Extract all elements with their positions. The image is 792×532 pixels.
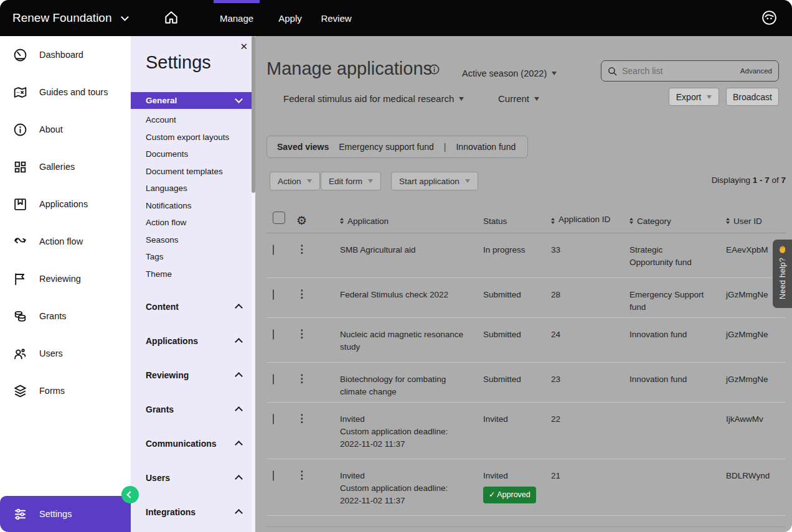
settings-item-seasons[interactable]: Seasons bbox=[131, 231, 255, 249]
chevron-up-icon bbox=[235, 475, 243, 483]
panel-scrollbar bbox=[252, 36, 255, 532]
sidebar-item-action-flow[interactable]: Action flow bbox=[0, 223, 131, 260]
table-row: ⋮ Biotechnology for combating climate ch… bbox=[266, 363, 786, 403]
column-settings-gear-icon[interactable]: ⚙ bbox=[296, 215, 307, 227]
sidebar-item-users[interactable]: Users bbox=[0, 335, 131, 372]
season-selector[interactable]: Active season (2022) bbox=[462, 68, 557, 78]
program-selector[interactable]: Federal stimulus aid for medical researc… bbox=[283, 93, 464, 104]
need-help-tab[interactable]: Need help? bbox=[773, 240, 792, 308]
row-checkbox[interactable] bbox=[273, 329, 274, 340]
flag-icon bbox=[12, 271, 28, 287]
sidebar-item-grants[interactable]: Grants bbox=[0, 297, 131, 335]
round-selector[interactable]: Current bbox=[498, 93, 539, 104]
settings-item-documents[interactable]: Documents bbox=[131, 146, 255, 163]
dashboard-icon bbox=[12, 47, 28, 63]
chevron-down-icon bbox=[235, 95, 243, 103]
info-circle-icon bbox=[12, 122, 28, 138]
sort-icon[interactable] bbox=[340, 218, 344, 225]
settings-section-grants[interactable]: Grants bbox=[131, 392, 255, 426]
search-input[interactable] bbox=[622, 66, 740, 76]
row-checkbox[interactable] bbox=[273, 414, 274, 424]
app-window: Renew Foundation Manage Apply Review Da bbox=[0, 0, 792, 532]
chevron-left-icon bbox=[126, 491, 133, 498]
settings-collapsed-sections: Content Applications Reviewing Grants Co… bbox=[131, 289, 255, 529]
caret-down-icon bbox=[307, 179, 312, 183]
close-icon[interactable]: ✕ bbox=[240, 41, 248, 52]
tab-apply[interactable]: Apply bbox=[272, 0, 308, 36]
sort-icon[interactable] bbox=[629, 218, 633, 225]
page-title: Manage applications bbox=[266, 58, 432, 79]
kebab-menu-icon[interactable]: ⋮ bbox=[296, 328, 307, 340]
sidebar-item-forms[interactable]: Forms bbox=[0, 372, 131, 409]
tab-manage[interactable]: Manage bbox=[214, 0, 260, 36]
sidebar: Dashboard Guides and tours About Galleri… bbox=[0, 36, 131, 532]
caret-down-icon bbox=[552, 72, 557, 75]
row-checkbox[interactable] bbox=[273, 374, 274, 385]
sidebar-item-about[interactable]: About bbox=[0, 111, 131, 148]
saved-view-innovation-fund[interactable]: Innovation fund bbox=[456, 142, 516, 152]
broadcast-button[interactable]: Broadcast bbox=[726, 88, 779, 106]
settings-item-custom-export-layouts[interactable]: Custom export layouts bbox=[131, 129, 255, 146]
row-checkbox[interactable] bbox=[273, 245, 274, 255]
settings-item-tags[interactable]: Tags bbox=[131, 248, 255, 266]
kebab-menu-icon[interactable]: ⋮ bbox=[296, 413, 307, 424]
info-icon[interactable] bbox=[428, 63, 440, 75]
table-row: ⋮ InvitedCustom application deadline: 20… bbox=[266, 459, 786, 516]
settings-item-action-flow[interactable]: Action flow bbox=[131, 214, 255, 231]
scrollbar-thumb[interactable] bbox=[252, 36, 255, 193]
settings-section-reviewing[interactable]: Reviewing bbox=[131, 358, 255, 392]
column-category[interactable]: Category bbox=[629, 217, 726, 233]
settings-section-content[interactable]: Content bbox=[131, 289, 255, 324]
settings-item-theme[interactable]: Theme bbox=[131, 266, 255, 283]
settings-section-communications[interactable]: Communications bbox=[131, 426, 255, 460]
kebab-menu-icon[interactable]: ⋮ bbox=[296, 373, 307, 385]
settings-section-users[interactable]: Users bbox=[131, 460, 255, 495]
search-box: Advanced bbox=[601, 60, 779, 82]
kebab-menu-icon[interactable]: ⋮ bbox=[296, 288, 307, 300]
home-icon bbox=[163, 9, 179, 26]
kebab-menu-icon[interactable]: ⋮ bbox=[296, 469, 307, 481]
kebab-menu-icon[interactable]: ⋮ bbox=[296, 243, 307, 255]
org-switcher[interactable]: Renew Foundation bbox=[12, 0, 128, 36]
settings-item-notifications[interactable]: Notifications bbox=[131, 197, 255, 215]
saved-views-label: Saved views bbox=[277, 142, 329, 152]
sidebar-item-dashboard[interactable]: Dashboard bbox=[0, 36, 131, 73]
column-user-id[interactable]: User ID bbox=[726, 217, 786, 233]
column-application-id[interactable]: Application ID bbox=[551, 213, 629, 233]
column-application[interactable]: Application bbox=[340, 217, 483, 233]
map-icon bbox=[12, 85, 28, 100]
caret-down-icon bbox=[368, 179, 373, 183]
action-flow-icon bbox=[12, 234, 28, 250]
edit-form-button[interactable]: Edit form bbox=[321, 172, 381, 190]
settings-item-document-templates[interactable]: Document templates bbox=[131, 163, 255, 180]
caret-down-icon bbox=[707, 95, 712, 99]
select-all-checkbox[interactable] bbox=[273, 212, 285, 224]
settings-title: Settings bbox=[131, 36, 255, 73]
users-icon bbox=[12, 346, 28, 362]
sidebar-item-applications[interactable]: Applications bbox=[0, 185, 131, 223]
sort-icon[interactable] bbox=[551, 218, 555, 225]
collapse-panel-button[interactable] bbox=[121, 486, 139, 503]
advanced-search-link[interactable]: Advanced bbox=[740, 67, 772, 75]
settings-item-account[interactable]: Account bbox=[131, 111, 255, 129]
settings-section-integrations[interactable]: Integrations bbox=[131, 495, 255, 529]
start-application-button[interactable]: Start application bbox=[391, 172, 478, 190]
sidebar-item-reviewing[interactable]: Reviewing bbox=[0, 260, 131, 297]
row-checkbox[interactable] bbox=[273, 470, 274, 481]
sidebar-item-settings[interactable]: Settings bbox=[0, 496, 131, 532]
action-button[interactable]: Action bbox=[270, 172, 320, 190]
sidebar-item-guides-and-tours[interactable]: Guides and tours bbox=[0, 73, 131, 111]
settings-item-languages[interactable]: Languages bbox=[131, 180, 255, 197]
sort-icon[interactable] bbox=[726, 218, 730, 225]
saved-view-emergency-support-fund[interactable]: Emergency support fund bbox=[339, 142, 434, 152]
home-button[interactable] bbox=[163, 9, 179, 26]
profile-menu-button[interactable] bbox=[761, 9, 778, 26]
tab-review[interactable]: Review bbox=[315, 0, 357, 36]
settings-section-general[interactable]: General bbox=[131, 92, 255, 109]
export-button[interactable]: Export bbox=[669, 88, 719, 106]
row-checkbox[interactable] bbox=[273, 289, 274, 300]
galleries-icon bbox=[12, 159, 28, 175]
settings-section-applications[interactable]: Applications bbox=[131, 324, 255, 358]
sidebar-item-galleries[interactable]: Galleries bbox=[0, 148, 131, 185]
table-row: ⋮ InvitedCustom application deadline: 20… bbox=[266, 403, 786, 459]
